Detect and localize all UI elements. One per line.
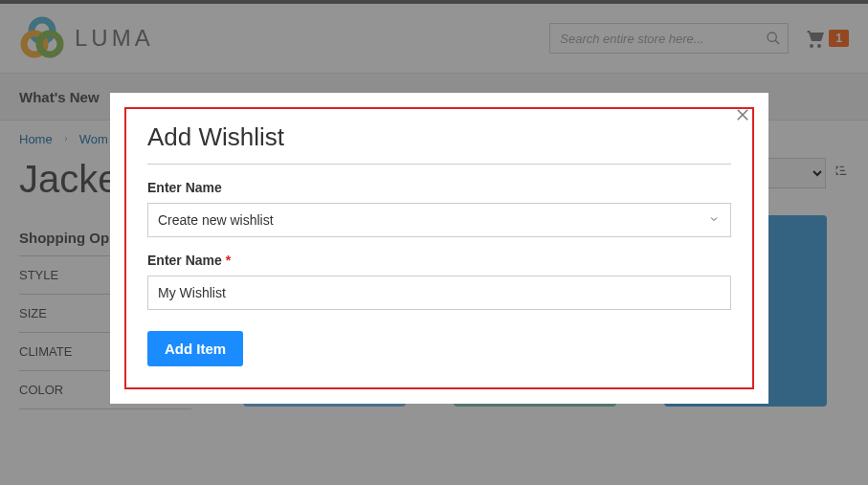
close-button[interactable] <box>729 101 756 128</box>
required-asterisk: * <box>226 253 231 268</box>
add-wishlist-modal: Add Wishlist Enter Name Create new wishl… <box>110 93 768 404</box>
wishlist-name-label: Enter Name * <box>147 253 731 268</box>
wishlist-select[interactable]: Create new wishlist <box>147 203 731 237</box>
modal-title: Add Wishlist <box>147 122 731 165</box>
add-item-button[interactable]: Add Item <box>147 331 243 366</box>
wishlist-select-label: Enter Name <box>147 180 731 195</box>
wishlist-name-input[interactable] <box>147 276 731 310</box>
close-icon <box>734 106 751 123</box>
